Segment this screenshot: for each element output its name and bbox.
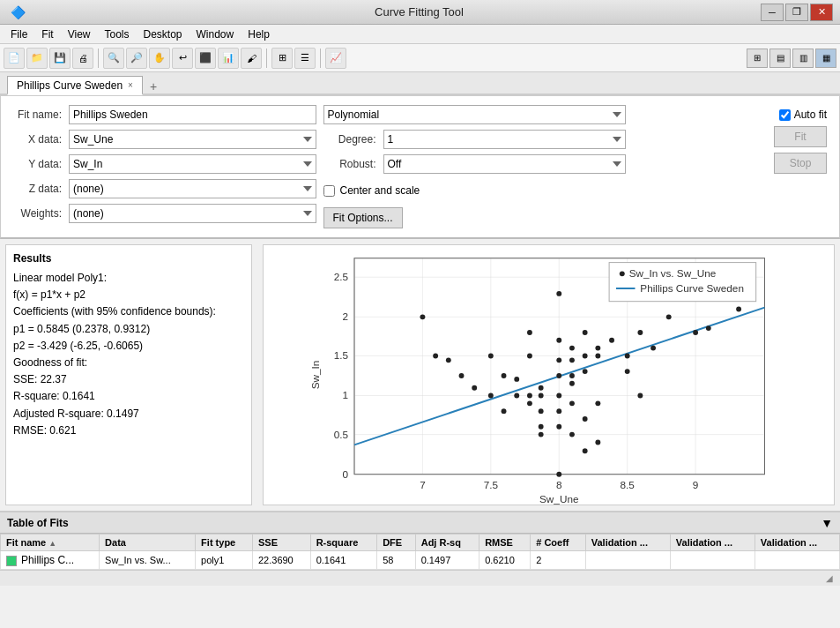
menu-help[interactable]: Help — [241, 26, 277, 42]
z-data-select[interactable]: (none) — [69, 179, 316, 198]
svg-point-27 — [446, 357, 451, 363]
chart-container[interactable]: 0 0.5 1 1.5 2 2.5 7 7.5 8 8.5 9 — [263, 244, 835, 505]
auto-fit-checkbox[interactable] — [779, 109, 791, 121]
collapse-icon[interactable]: ▼ — [821, 516, 833, 530]
row-fit-name: Phillips C... — [1, 551, 100, 570]
rotate-icon[interactable]: ↩ — [172, 48, 193, 69]
results-panel: Results Linear model Poly1: f(x) = p1*x … — [5, 244, 252, 505]
center-scale-checkbox[interactable] — [323, 185, 335, 197]
fit-button[interactable]: Fit — [774, 126, 827, 147]
row-sse: 22.3690 — [252, 551, 310, 570]
y-data-label: Y data: — [13, 158, 62, 170]
fit-right-column: Auto fit Fit Stop — [633, 105, 827, 228]
svg-text:Sw_In: Sw_In — [309, 361, 321, 390]
layout-btn-1[interactable]: ⊞ — [747, 49, 768, 68]
restore-button[interactable]: ❐ — [785, 4, 808, 21]
degree-select[interactable]: 1 — [383, 130, 627, 149]
results-line-10: RMSE: 0.621 — [13, 422, 244, 439]
table-row[interactable]: Phillips C... Sw_In vs. Sw... poly1 22.3… — [1, 551, 840, 570]
tab-label: Phillips Curve Sweden — [17, 79, 123, 92]
tab-add-button[interactable]: + — [146, 79, 160, 93]
row-adj-r-sq: 0.1497 — [415, 551, 479, 570]
svg-point-44 — [539, 424, 544, 430]
menu-file[interactable]: File — [4, 26, 34, 42]
matlab-icon: 🔷 — [7, 2, 28, 23]
col-rmse[interactable]: RMSE — [479, 535, 531, 551]
tab-close-icon[interactable]: × — [128, 80, 133, 90]
row-n-coeff: 2 — [531, 551, 586, 570]
pan-icon[interactable]: ✋ — [149, 48, 170, 69]
col-n-coeff[interactable]: # Coeff — [531, 535, 586, 551]
minimize-button[interactable]: ─ — [761, 4, 784, 21]
tile-icon[interactable]: ⊞ — [271, 48, 293, 69]
col-fit-type[interactable]: Fit type — [196, 535, 253, 551]
window-controls: ─ ❐ ✕ — [761, 4, 833, 21]
close-button[interactable]: ✕ — [810, 4, 833, 21]
svg-text:1.5: 1.5 — [334, 349, 349, 361]
svg-point-41 — [539, 393, 544, 399]
data-cursor-icon[interactable]: 📊 — [218, 48, 239, 69]
svg-point-34 — [514, 393, 519, 399]
scatter-point — [420, 314, 425, 319]
table-title: Table of Fits — [7, 517, 69, 529]
col-v1[interactable]: Validation ... — [585, 535, 670, 551]
fit-name-row: Fit name: — [13, 105, 316, 124]
cursor-icon[interactable]: ⬛ — [195, 48, 216, 69]
menu-tools[interactable]: Tools — [97, 26, 136, 42]
chart-icon[interactable]: 📈 — [325, 48, 346, 69]
weights-select[interactable]: (none) — [69, 204, 316, 223]
save-icon[interactable]: 💾 — [49, 48, 71, 69]
zoom-in-icon[interactable]: 🔍 — [103, 48, 124, 69]
fit-options-button[interactable]: Fit Options... — [323, 207, 403, 228]
col-sse[interactable]: SSE — [252, 535, 310, 551]
svg-text:7.5: 7.5 — [484, 479, 499, 490]
menu-window[interactable]: Window — [190, 26, 242, 42]
brush-icon[interactable]: 🖌 — [241, 48, 262, 69]
print-icon[interactable]: 🖨 — [72, 48, 93, 69]
layout-btn-2[interactable]: ▤ — [769, 49, 791, 68]
x-data-select[interactable]: Sw_Une — [69, 130, 316, 149]
svg-point-45 — [556, 291, 561, 296]
menu-bar: File Fit View Tools Desktop Window Help — [0, 25, 840, 44]
stacked-icon[interactable]: ☰ — [294, 48, 316, 69]
fit-type-select[interactable]: Polynomial — [323, 105, 627, 124]
menu-fit[interactable]: Fit — [34, 26, 60, 42]
results-line-7: SSE: 22.37 — [13, 371, 244, 388]
fits-table: Fit name ▲ Data Fit type SSE R-square DF… — [0, 534, 840, 570]
col-adj-r-sq[interactable]: Adj R-sq — [415, 535, 479, 551]
layout-btn-3[interactable]: ▥ — [792, 49, 814, 68]
robust-select[interactable]: Off — [383, 154, 627, 174]
col-dfe[interactable]: DFE — [377, 535, 416, 551]
svg-point-37 — [527, 354, 532, 359]
row-data: Sw_In vs. Sw... — [100, 551, 196, 570]
layout-btn-4[interactable]: ▦ — [815, 49, 836, 68]
svg-point-39 — [527, 400, 532, 406]
stop-button[interactable]: Stop — [774, 153, 827, 174]
svg-point-70 — [650, 346, 656, 351]
svg-point-53 — [569, 357, 575, 363]
fit-type-row: Polynomial — [323, 105, 627, 124]
col-v3[interactable]: Validation ... — [755, 535, 839, 551]
open-icon[interactable]: 📁 — [26, 48, 48, 69]
col-v2[interactable]: Validation ... — [670, 535, 755, 551]
robust-row: Robust: Off — [323, 154, 627, 174]
center-scale-row: Center and scale — [323, 184, 627, 197]
new-icon[interactable]: 📄 — [4, 48, 25, 69]
col-data[interactable]: Data — [100, 535, 196, 551]
menu-desktop[interactable]: Desktop — [137, 26, 190, 42]
row-dfe: 58 — [377, 551, 416, 570]
menu-view[interactable]: View — [61, 26, 98, 42]
svg-point-71 — [666, 314, 672, 319]
tab-phillips-curve-sweden[interactable]: Phillips Curve Sweden × — [7, 76, 143, 95]
row-fit-type: poly1 — [196, 551, 253, 570]
zoom-out-icon[interactable]: 🔎 — [126, 48, 147, 69]
svg-text:8.5: 8.5 — [621, 479, 636, 490]
y-data-select[interactable]: Sw_In — [69, 154, 316, 174]
svg-point-31 — [488, 354, 494, 359]
col-r-square[interactable]: R-square — [310, 535, 377, 551]
svg-point-65 — [609, 338, 614, 343]
svg-point-46 — [556, 338, 561, 343]
fit-name-input[interactable] — [69, 105, 316, 124]
svg-point-59 — [583, 354, 588, 359]
col-fit-name[interactable]: Fit name ▲ — [1, 535, 100, 551]
